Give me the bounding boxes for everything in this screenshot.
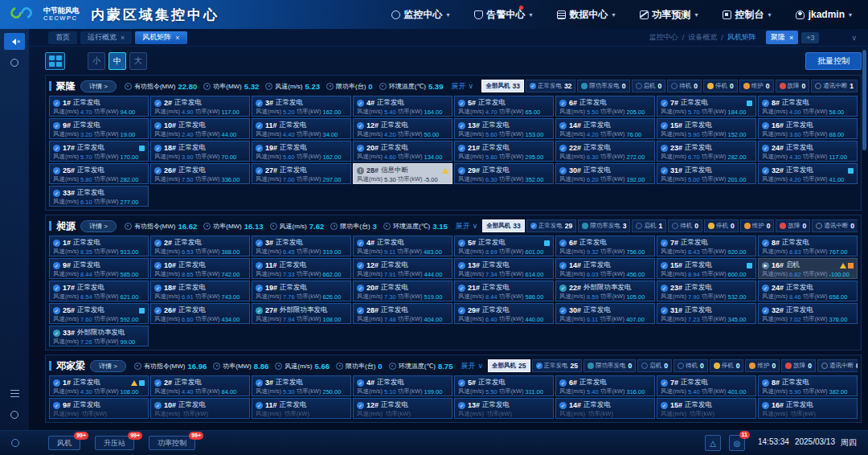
turbine-card[interactable]: ✓20#正常发电风速(m/s)7.30功率(kW)519.00	[353, 281, 452, 301]
close-icon[interactable]: ×	[121, 34, 125, 42]
turbine-card[interactable]: ✓23#正常发电风速(m/s)7.90功率(kW)532.00	[657, 281, 756, 301]
turbine-card[interactable]: ✓12#正常发电风速(m/s)功率(kW)	[353, 398, 452, 419]
status-badge-normal[interactable]: ✓正常发电29	[526, 219, 576, 232]
status-badge-fault[interactable]: 故障0	[776, 219, 810, 232]
turbine-card[interactable]: ✓29#正常发电风速(m/s)6.40功率(kW)440.00	[454, 303, 554, 324]
status-badge-comm[interactable]: 通讯中断0	[817, 359, 858, 372]
status-badge-limit[interactable]: 限功率发电3	[578, 219, 630, 232]
turbine-card[interactable]: ✓10#正常发电风速(m/s)2.40功率(kW)44.00	[150, 118, 250, 139]
status-badge-start[interactable]: 启机0	[632, 80, 666, 92]
turbine-card[interactable]: ✓9#正常发电风速(m/s)3.20功率(kW)19.00	[49, 118, 149, 139]
turbine-card[interactable]: ✓15#正常发电风速(m/s)8.94功率(kW)600.00	[657, 258, 756, 279]
turbine-card[interactable]: ✓9#正常发电风速(m/s)8.44功率(kW)585.00	[49, 258, 149, 279]
status-badge-maintain[interactable]: 维护0	[740, 219, 775, 232]
turbine-card[interactable]: ✓4#正常发电风速(m/s)5.40功率(kW)164.00	[353, 96, 452, 117]
nav-item-2[interactable]: 数据中心▾	[557, 8, 616, 22]
turbine-card[interactable]: ✓18#正常发电风速(m/s)3.90功率(kW)70.00	[150, 141, 250, 162]
turbine-card[interactable]: ✓8#正常发电风速(m/s)5.90功率(kW)382.00	[758, 375, 858, 396]
turbine-card[interactable]: ✓13#正常发电风速(m/s)7.34功率(kW)614.00	[454, 258, 554, 279]
turbine-card[interactable]: ✓27#外部限功率发电风速(m/s)7.94功率(kW)108.00	[252, 303, 351, 324]
turbine-card[interactable]: ✓2#正常发电风速(m/s)6.53功率(kW)388.00	[150, 236, 250, 256]
status-badge-fault[interactable]: 故障0	[776, 80, 810, 92]
turbine-card[interactable]: ✓19#正常发电风速(m/s)5.60功率(kW)162.00	[252, 141, 351, 162]
status-ring-icon[interactable]	[11, 439, 19, 447]
turbine-card[interactable]: ✓26#正常发电风速(m/s)6.60功率(kW)434.00	[150, 303, 250, 324]
nav-item-1[interactable]: 告警中心▾	[474, 8, 533, 22]
status-badge-stop[interactable]: 停机0	[704, 219, 739, 232]
turbine-card[interactable]: ✓1#正常发电风速(m/s)8.35功率(kW)513.00	[49, 236, 149, 256]
status-badge-maintain[interactable]: 维护0	[745, 359, 780, 372]
status-badge-normal[interactable]: ✓正常发电25	[532, 359, 582, 372]
status-badge-standby[interactable]: 待机0	[674, 359, 708, 372]
turbine-card[interactable]: ✓12#正常发电风速(m/s)4.20功率(kW)50.00	[353, 118, 452, 139]
turbine-card[interactable]: ✓11#正常发电风速(m/s)7.33功率(kW)662.00	[252, 258, 351, 279]
expand-link[interactable]: 展开∨	[461, 361, 483, 371]
turbine-card[interactable]: ✓7#正常发电风速(m/s)5.70功率(kW)184.00	[657, 96, 756, 117]
turbine-card[interactable]: ✓15#正常发电风速(m/s)功率(kW)	[657, 398, 756, 419]
breadcrumb-part[interactable]: 监控中心	[649, 32, 678, 43]
turbine-card[interactable]: ✓14#正常发电风速(m/s)功率(kW)	[555, 398, 655, 419]
turbine-card[interactable]: ✓1#正常发电风速(m/s)4.70功率(kW)94.00	[49, 96, 149, 117]
list-icon[interactable]	[4, 385, 25, 402]
status-badge-limit[interactable]: 限功率发电0	[577, 80, 629, 92]
turbine-card[interactable]: ✓23#正常发电风速(m/s)6.70功率(kW)282.00	[657, 141, 756, 162]
status-badge-all[interactable]: 全部风机33	[482, 219, 524, 232]
turbine-card[interactable]: ✓14#正常发电风速(m/s)4.20功率(kW)76.00	[555, 118, 655, 139]
turbine-card[interactable]: ✓24#正常发电风速(m/s)8.46功率(kW)658.00	[758, 281, 858, 301]
chevron-down-icon[interactable]: ∨	[851, 34, 857, 42]
turbine-card[interactable]: ✓13#正常发电风速(m/s)5.60功率(kW)153.00	[454, 118, 554, 139]
turbine-card[interactable]: ✓1#正常发电风速(m/s)4.30功率(kW)108.00	[49, 375, 149, 396]
turbine-card[interactable]: ✓14#正常发电风速(m/s)6.03功率(kW)456.00	[555, 258, 655, 279]
bottom-tab-0[interactable]: 风机99+	[48, 436, 80, 450]
turbine-card[interactable]: ✓21#正常发电风速(m/s)5.80功率(kW)295.00	[454, 141, 554, 162]
status-badge-all[interactable]: 全部风机33	[481, 80, 523, 92]
turbine-card[interactable]: ✓22#正常发电风速(m/s)6.30功率(kW)272.00	[555, 141, 655, 162]
turbine-card[interactable]: ✓16#正常发电风速(m/s)功率(kW)	[758, 398, 858, 419]
turbine-card[interactable]: ✓15#正常发电风速(m/s)5.90功率(kW)152.00	[657, 118, 756, 139]
turbine-card[interactable]: ✓5#正常发电风速(m/s)4.70功率(kW)65.00	[454, 96, 554, 117]
station-detail-button[interactable]: 详情 >	[90, 360, 126, 372]
turbine-card[interactable]: ✓13#正常发电风速(m/s)功率(kW)	[454, 398, 554, 419]
nav-item-3[interactable]: 功率预测▾	[640, 8, 698, 22]
turbine-card[interactable]: ▶16#启机风速(m/s)6.82功率(kW)-100.00	[758, 258, 858, 279]
status-badge-limit[interactable]: 限功率发电0	[583, 359, 636, 372]
turbine-card[interactable]: ✓32#正常发电风速(m/s)7.02功率(kW)376.00	[758, 303, 858, 324]
turbine-card[interactable]: ✓9#正常发电风速(m/s)功率(kW)	[49, 398, 149, 419]
turbine-card[interactable]: ✓7#正常发电风速(m/s)8.43功率(kW)920.00	[657, 236, 756, 256]
turbine-card[interactable]: ✓6#正常发电风速(m/s)9.32功率(kW)756.00	[555, 236, 655, 256]
bottom-tab-2[interactable]: 功率控制99+	[149, 436, 195, 450]
status-badge-normal[interactable]: ✓正常发电32	[526, 80, 575, 92]
turbine-card[interactable]: ✓28#正常发电风速(m/s)7.48功率(kW)404.00	[353, 303, 452, 324]
expand-link[interactable]: 展开∨	[451, 81, 473, 92]
tab-1[interactable]: 运行概览×	[80, 31, 132, 44]
turbine-card[interactable]: ✓11#正常发电风速(m/s)4.40功率(kW)34.00	[252, 118, 351, 139]
size-button-0[interactable]: 小	[88, 52, 105, 70]
turbine-card[interactable]: ✓4#正常发电风速(m/s)5.10功率(kW)199.00	[353, 375, 452, 396]
turbine-card[interactable]: ✓10#正常发电风速(m/s)8.65功率(kW)742.00	[150, 258, 250, 279]
status-badge-standby[interactable]: 待机0	[667, 80, 702, 92]
turbine-card[interactable]: ✓17#正常发电风速(m/s)5.70功率(kW)170.00	[49, 141, 149, 162]
turbine-card[interactable]: ✓21#正常发电风速(m/s)8.44功率(kW)586.00	[454, 281, 554, 301]
turbine-card[interactable]: ✓27#正常发电风速(m/s)7.00功率(kW)297.00	[252, 163, 351, 184]
history-icon[interactable]	[4, 406, 25, 423]
close-icon[interactable]: ×	[175, 34, 179, 42]
turbine-card[interactable]: ✓16#正常发电风速(m/s)3.60功率(kW)88.00	[758, 118, 858, 139]
status-badge-standby[interactable]: 待机0	[668, 219, 702, 232]
turbine-card[interactable]: ✓33#外部限功率发电风速(m/s)7.26功率(kW)99.00	[49, 326, 149, 346]
tower-icon[interactable]: △	[705, 435, 721, 451]
status-badge-start[interactable]: 启机0	[637, 359, 672, 372]
station-filter-tag[interactable]: 聚隆 ×	[766, 31, 798, 44]
status-badge-fault[interactable]: 故障0	[781, 359, 816, 372]
station-detail-button[interactable]: 详情 >	[80, 80, 117, 92]
turbine-card[interactable]: ✓22#外部限功率发电风速(m/s)8.59功率(kW)105.00	[555, 281, 655, 301]
turbine-card[interactable]: ✓4#正常发电风速(m/s)9.11功率(kW)483.00	[353, 236, 452, 256]
nav-item-4[interactable]: 控制台▾	[723, 8, 772, 22]
tab-0[interactable]: 首页	[48, 31, 77, 44]
alarm-bell-icon[interactable]: ◎ 11	[729, 435, 745, 451]
scrollbar[interactable]	[862, 50, 866, 150]
turbine-card[interactable]: ✓31#正常发电风速(m/s)7.23功率(kW)345.00	[657, 303, 756, 324]
turbine-card[interactable]: ✓10#正常发电风速(m/s)功率(kW)	[150, 398, 250, 419]
turbine-card[interactable]: ✓26#正常发电风速(m/s)7.50功率(kW)336.00	[150, 163, 250, 184]
turbine-card[interactable]: ✓19#正常发电风速(m/s)7.76功率(kW)626.00	[252, 281, 351, 301]
turbine-card[interactable]: ✓11#正常发电风速(m/s)功率(kW)	[252, 398, 351, 419]
